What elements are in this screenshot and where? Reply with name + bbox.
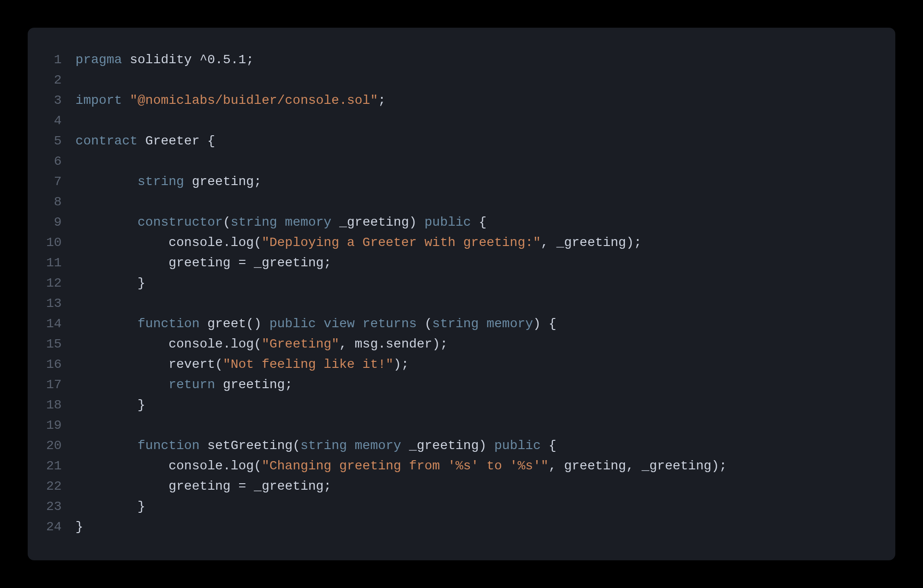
code-line[interactable]: } <box>76 395 727 415</box>
token-punc <box>76 174 138 189</box>
token-punc <box>76 317 138 331</box>
line-number: 3 <box>46 90 62 111</box>
token-punc: ); <box>712 459 727 473</box>
token-punc: ) <box>479 438 494 453</box>
line-number: 7 <box>46 172 62 192</box>
token-punc: ; <box>324 256 331 270</box>
code-line[interactable]: console.log("Changing greeting from '%s'… <box>76 456 727 476</box>
token-id: _greeting <box>254 256 324 270</box>
code-line[interactable]: import "@nomiclabs/buidler/console.sol"; <box>76 90 727 111</box>
token-punc: { <box>199 134 215 148</box>
token-kw: constructor <box>138 215 223 229</box>
line-number: 11 <box>46 253 62 273</box>
code-line[interactable]: revert("Not feeling like it!"); <box>76 354 727 375</box>
token-id: log <box>231 459 254 473</box>
code-line[interactable] <box>76 151 727 172</box>
line-number: 16 <box>46 354 62 375</box>
code-line[interactable]: contract Greeter { <box>76 131 727 151</box>
token-id: console <box>168 459 223 473</box>
token-punc <box>76 357 169 372</box>
token-punc: . <box>223 337 231 351</box>
token-kw: return <box>168 378 215 392</box>
code-line[interactable] <box>76 192 727 212</box>
code-line[interactable]: } <box>76 497 727 517</box>
token-kw: function <box>138 438 199 453</box>
code-line[interactable] <box>76 111 727 131</box>
line-number: 4 <box>46 111 62 131</box>
code-line[interactable]: console.log("Deploying a Greeter with gr… <box>76 233 727 253</box>
token-punc: ( <box>293 438 300 453</box>
token-id: console <box>168 337 223 351</box>
token-id: console <box>168 235 223 250</box>
token-punc: , <box>626 459 642 473</box>
token-punc: ; <box>378 93 386 108</box>
token-punc: ; <box>254 174 262 189</box>
code-line[interactable]: pragma solidity ^0.5.1; <box>76 50 727 70</box>
line-number: 22 <box>46 476 62 497</box>
code-line[interactable] <box>76 415 727 436</box>
token-punc: } <box>76 520 84 534</box>
code-content[interactable]: pragma solidity ^0.5.1;import "@nomiclab… <box>76 50 727 538</box>
code-line[interactable]: } <box>76 273 727 294</box>
token-type: string <box>300 438 347 453</box>
token-id: log <box>231 337 254 351</box>
code-line[interactable]: function greet() public view returns (st… <box>76 314 727 334</box>
token-punc: , <box>549 459 564 473</box>
code-line[interactable]: function setGreeting(string memory _gree… <box>76 436 727 456</box>
code-line[interactable]: console.log("Greeting", msg.sender); <box>76 334 727 354</box>
token-str: "Changing greeting from '%s' to '%s'" <box>262 459 549 473</box>
token-punc <box>76 215 138 229</box>
line-number: 6 <box>46 151 62 172</box>
token-kw: public <box>425 215 471 229</box>
token-punc <box>479 317 486 331</box>
token-punc: ( <box>223 215 231 229</box>
code-line[interactable]: string greeting; <box>76 172 727 192</box>
token-punc: ) <box>409 215 425 229</box>
token-punc <box>76 459 169 473</box>
token-id: setGreeting <box>207 438 293 453</box>
token-punc <box>355 317 363 331</box>
code-editor[interactable]: 123456789101112131415161718192021222324 … <box>28 28 895 560</box>
code-line[interactable] <box>76 70 727 90</box>
code-line[interactable] <box>76 294 727 314</box>
token-punc: ); <box>394 357 409 372</box>
token-str: "Greeting" <box>262 337 339 351</box>
code-line[interactable]: constructor(string memory _greeting) pub… <box>76 212 727 233</box>
token-id: _greeting <box>556 235 626 250</box>
token-type: string <box>231 215 277 229</box>
token-id: greet <box>207 317 246 331</box>
code-line[interactable]: greeting = _greeting; <box>76 476 727 497</box>
token-id: greeting <box>168 479 230 493</box>
token-punc: . <box>223 235 231 250</box>
code-line[interactable]: return greeting; <box>76 375 727 395</box>
token-punc <box>76 256 169 270</box>
code-line[interactable]: } <box>76 517 727 537</box>
token-id: greeting <box>192 174 254 189</box>
token-punc <box>76 337 169 351</box>
token-punc <box>76 378 169 392</box>
token-punc: ; <box>246 53 254 67</box>
token-id: revert <box>168 357 215 372</box>
token-punc: { <box>471 215 487 229</box>
token-punc: , <box>339 337 355 351</box>
token-id: log <box>231 235 254 250</box>
token-punc <box>347 438 355 453</box>
token-punc: ( <box>417 317 432 331</box>
line-number: 1 <box>46 50 62 70</box>
token-id: solidity <box>130 53 192 67</box>
token-kw: pragma <box>76 53 122 67</box>
token-punc <box>184 174 192 189</box>
token-punc: ( <box>254 337 262 351</box>
line-number: 23 <box>46 497 62 517</box>
line-number: 14 <box>46 314 62 334</box>
token-id: Greeter <box>145 134 200 148</box>
token-punc: } <box>76 276 145 290</box>
token-str: "Deploying a Greeter with greeting:" <box>262 235 541 250</box>
line-number: 15 <box>46 334 62 354</box>
token-type: string <box>138 174 184 189</box>
token-kw: function <box>138 317 199 331</box>
line-number: 2 <box>46 70 62 90</box>
code-line[interactable]: greeting = _greeting; <box>76 253 727 273</box>
token-type: memory <box>285 215 331 229</box>
token-punc <box>138 134 145 148</box>
